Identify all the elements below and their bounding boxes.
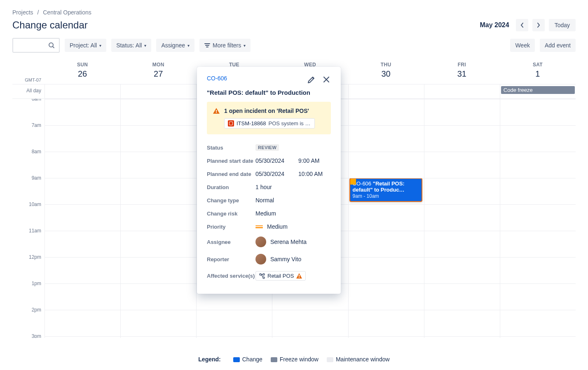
service-name: Retail POS — [267, 273, 294, 279]
date-1: 1 — [500, 69, 576, 79]
time-2pm: 2pm — [32, 307, 41, 313]
pencil-icon — [307, 76, 315, 84]
legend-change: Change — [233, 356, 262, 363]
all-day-label: All day — [12, 84, 45, 98]
change-type-label: Change type — [207, 197, 255, 204]
col-sat[interactable] — [500, 99, 576, 338]
search-icon — [48, 42, 55, 49]
dow-fri: FRI — [424, 62, 500, 68]
breadcrumb: Projects / Central Operations — [0, 0, 588, 19]
service-chip[interactable]: Retail POS — [255, 271, 306, 281]
breadcrumb-current[interactable]: Central Operations — [43, 9, 91, 16]
filter-icon — [204, 43, 210, 48]
svg-rect-7 — [299, 277, 300, 278]
end-date-label: Planned end date — [207, 171, 255, 177]
warning-corner — [350, 179, 356, 185]
incident-type-icon — [228, 120, 234, 126]
status-badge: REVIEW — [255, 144, 279, 151]
time-6am: 6am — [32, 99, 41, 102]
event-code-freeze[interactable]: Code freeze — [501, 86, 575, 94]
priority-label: Priority — [207, 224, 255, 230]
incident-banner: 1 open incident on 'Retail POS' ITSM-188… — [207, 102, 331, 134]
filter-project[interactable]: Project: All▾ — [65, 39, 106, 52]
svg-point-4 — [263, 274, 265, 275]
chevron-down-icon: ▾ — [144, 43, 146, 48]
legend-title: Legend: — [198, 356, 220, 363]
allday-sat[interactable]: Code freeze — [500, 84, 576, 98]
date-31: 31 — [424, 69, 500, 79]
close-button[interactable] — [322, 75, 331, 85]
event-detail-popover: CO-606 "Retail POS: default" to Producti… — [197, 67, 341, 294]
col-sun[interactable] — [45, 99, 120, 338]
popover-title: "Retail POS: default" to Production — [207, 89, 331, 96]
filter-assignee[interactable]: Assignee▾ — [156, 39, 194, 52]
incident-summary: POS system is n… — [269, 120, 311, 126]
dow-mon: MON — [120, 62, 196, 68]
edit-button[interactable] — [306, 75, 316, 85]
week-view-button[interactable]: Week — [510, 39, 535, 52]
allday-thu[interactable] — [348, 84, 424, 98]
chevron-down-icon: ▾ — [99, 43, 101, 48]
warning-icon — [213, 108, 220, 114]
time-3pm: 3pm — [32, 333, 41, 338]
time-11am: 11am — [29, 228, 41, 234]
today-button[interactable]: Today — [549, 19, 576, 31]
next-period-button[interactable] — [532, 19, 545, 31]
dow-sun: SUN — [45, 62, 120, 68]
chevron-down-icon: ▾ — [187, 43, 190, 48]
duration-value: 1 hour — [255, 184, 272, 190]
start-date-value: 05/30/2024 — [255, 157, 284, 164]
service-icon — [259, 273, 265, 279]
col-thu[interactable]: CO-606 "Retail POS: default" to Produc… … — [348, 99, 424, 338]
svg-rect-2 — [216, 112, 217, 113]
col-fri[interactable] — [424, 99, 500, 338]
page-title: Change calendar — [12, 19, 88, 31]
legend: Legend: Change Freeze window Maintenance… — [0, 356, 588, 363]
start-date-label: Planned start date — [207, 158, 255, 164]
change-risk-label: Change risk — [207, 211, 255, 217]
chevron-down-icon: ▾ — [244, 43, 246, 48]
time-8am: 8am — [32, 149, 41, 155]
allday-sun[interactable] — [45, 84, 120, 98]
incident-link[interactable]: ITSM-18868 POS system is n… — [224, 118, 315, 129]
assignee-label: Assignee — [207, 239, 255, 245]
assignee-avatar — [255, 237, 266, 247]
chevron-left-icon — [520, 23, 524, 28]
filter-status[interactable]: Status: All▾ — [111, 39, 151, 52]
reporter-label: Reporter — [207, 256, 255, 262]
timezone-label: GMT-07 — [12, 59, 45, 84]
warning-icon — [296, 273, 302, 279]
more-filters[interactable]: More filters▾ — [199, 39, 251, 52]
end-time-value: 10:00 AM — [298, 171, 323, 177]
prev-period-button[interactable] — [516, 19, 528, 31]
svg-point-3 — [260, 274, 261, 275]
search-box[interactable] — [12, 38, 60, 53]
time-12pm: 12pm — [29, 254, 41, 260]
add-event-button[interactable]: Add event — [540, 39, 576, 52]
affected-services-label: Affected service(s) — [207, 273, 255, 279]
date-navigation: May 2024 Today — [480, 19, 576, 31]
start-time-value: 9:00 AM — [298, 157, 319, 164]
date-27: 27 — [120, 69, 196, 79]
svg-rect-6 — [299, 275, 300, 276]
status-label: Status — [207, 145, 255, 151]
allday-mon[interactable] — [120, 84, 196, 98]
incident-heading: 1 open incident on 'Retail POS' — [224, 108, 309, 114]
reporter-avatar — [255, 254, 266, 265]
date-26: 26 — [45, 69, 120, 79]
search-input[interactable] — [19, 42, 48, 49]
date-30: 30 — [348, 69, 424, 79]
duration-label: Duration — [207, 184, 255, 190]
event-time: 9am - 10am — [353, 193, 379, 199]
allday-fri[interactable] — [424, 84, 500, 98]
breadcrumb-projects[interactable]: Projects — [12, 9, 33, 16]
breadcrumb-separator: / — [37, 9, 39, 16]
chevron-right-icon — [537, 23, 540, 28]
dow-thu: THU — [348, 62, 424, 68]
col-mon[interactable] — [120, 99, 196, 338]
time-1pm: 1pm — [32, 281, 41, 286]
assignee-value: Serena Mehta — [270, 239, 307, 245]
change-risk-value: Medium — [255, 210, 276, 217]
popover-issue-key[interactable]: CO-606 — [207, 75, 227, 82]
event-co-606[interactable]: CO-606 "Retail POS: default" to Produc… … — [349, 178, 422, 202]
